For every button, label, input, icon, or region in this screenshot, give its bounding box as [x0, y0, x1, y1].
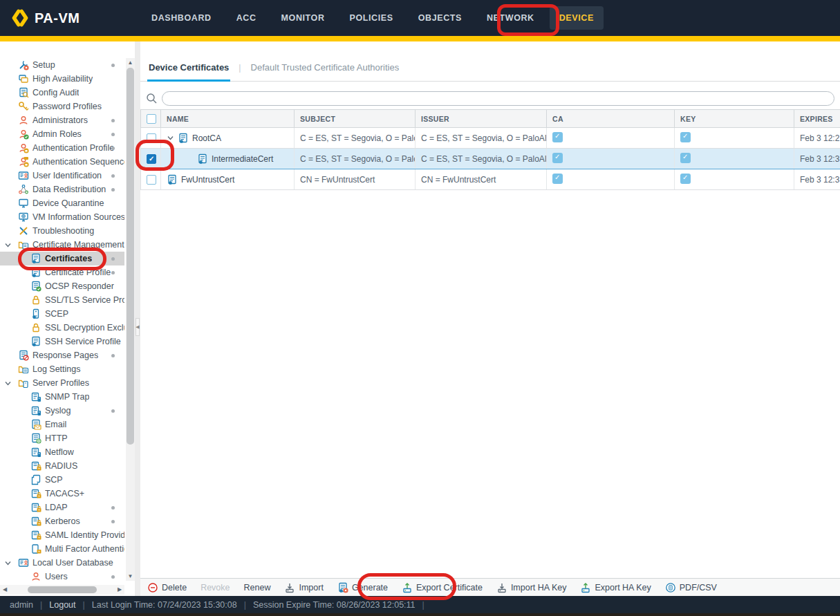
sidebar-vertical-scrollbar[interactable]: ▲ ▼ — [126, 58, 135, 581]
separator: | — [244, 600, 246, 610]
chevron-down-icon[interactable] — [4, 380, 14, 387]
toolbar-button-label: Renew — [244, 583, 271, 592]
chevron-down-icon[interactable] — [4, 559, 14, 567]
sidebar-item-ssh-service-profile[interactable]: SSH Service Profile — [0, 335, 124, 348]
scroll-left-icon[interactable]: ◀ — [0, 585, 10, 595]
delete-button[interactable]: Delete — [147, 582, 187, 593]
column-header-ca[interactable]: CA — [547, 110, 675, 128]
sidebar-item-tacacs-[interactable]: TACACS+ — [0, 487, 124, 501]
import-button[interactable]: Import — [284, 582, 323, 593]
sidebar-item-administrators[interactable]: Administrators — [0, 113, 124, 127]
sidebar-item-email[interactable]: Email — [0, 418, 124, 431]
sidebar-item-authentication-sequence[interactable]: Authentication Sequence — [0, 155, 124, 169]
search-input[interactable] — [162, 91, 834, 106]
sidebar-item-multi-factor-authentication[interactable]: Multi Factor Authentication — [0, 542, 124, 556]
person-icon — [30, 571, 41, 582]
table-row-intermediatecert[interactable]: IntermediateCertC = ES, ST = Segovia, O … — [141, 149, 840, 169]
sidebar-item-setup[interactable]: Setup — [0, 58, 124, 72]
sidebar-item-certificate-profile[interactable]: Certificate Profile — [0, 265, 124, 279]
sidebar-item-ssl-tls-service-profile[interactable]: SSL/TLS Service Profile — [0, 293, 124, 307]
nav-tab-monitor[interactable]: MONITOR — [272, 6, 335, 30]
nav-tab-acc[interactable]: ACC — [227, 6, 266, 30]
sidebar-item-label: VM Information Sources — [32, 212, 124, 222]
row-checkbox[interactable] — [147, 133, 156, 143]
export-certificate-button[interactable]: Export Certificate — [402, 582, 483, 593]
export-ha-key-button[interactable]: Export HA Key — [580, 582, 651, 593]
status-dot — [111, 354, 115, 357]
table-row-rootca[interactable]: RootCAC = ES, ST = Segovia, O = PaloAlto… — [141, 128, 840, 149]
nav-tab-objects[interactable]: OBJECTS — [409, 6, 472, 30]
sidebar-item-netflow[interactable]: Netflow — [0, 445, 124, 459]
scroll-down-icon[interactable]: ▼ — [126, 572, 135, 581]
sidebar-item-ldap[interactable]: LDAP — [0, 501, 124, 514]
sidebar-item-local-user-database[interactable]: Local User Database — [0, 556, 124, 570]
scroll-right-icon[interactable]: ▶ — [115, 585, 124, 595]
chevron-down-icon[interactable] — [4, 241, 14, 249]
scrollbar-thumb[interactable] — [127, 68, 134, 445]
sidebar-item-ocsp-responder[interactable]: OCSP Responder — [0, 279, 124, 293]
sidebar-item-data-redistribution[interactable]: Data Redistribution — [0, 183, 124, 196]
column-header-key[interactable]: KEY — [675, 110, 794, 128]
nav-tab-network[interactable]: NETWORK — [477, 6, 544, 30]
sidebar-item-server-profiles[interactable]: Server Profiles — [0, 376, 124, 390]
sidebar-item-http[interactable]: HTTP — [0, 431, 124, 445]
collapse-sidebar-icon[interactable]: ◀ — [136, 318, 140, 336]
sidebar-splitter[interactable]: ◀ — [135, 41, 140, 596]
status-dot — [111, 257, 115, 261]
sidebar-item-vm-information-sources[interactable]: VM Information Sources — [0, 210, 124, 224]
certificate-name[interactable]: IntermediateCert — [212, 154, 273, 164]
select-all-checkbox[interactable] — [147, 114, 156, 124]
revoke-button: Revoke — [200, 583, 230, 592]
sidebar-item-response-pages[interactable]: Response Pages — [0, 348, 124, 362]
sidebar-item-syslog[interactable]: Syslog — [0, 404, 124, 418]
row-checkbox[interactable] — [147, 175, 156, 185]
setup-icon — [18, 59, 29, 71]
sidebar-item-users[interactable]: Users — [0, 570, 124, 584]
sidebar-item-radius[interactable]: RADIUS — [0, 459, 124, 473]
tab-default-trusted-cas[interactable]: Default Trusted Certificate Authorities — [251, 62, 400, 73]
column-header-subject[interactable]: SUBJECT — [295, 110, 416, 128]
sidebar-item-scp[interactable]: SCP — [0, 473, 124, 487]
certificate-name[interactable]: RootCA — [192, 133, 221, 143]
column-header-issuer[interactable]: ISSUER — [416, 110, 547, 128]
logout-link[interactable]: Logout — [49, 600, 75, 610]
sidebar-item-config-audit[interactable]: Config Audit — [0, 86, 124, 100]
sidebar-item-authentication-profile[interactable]: Authentication Profile — [0, 141, 124, 155]
sidebar-item-ssl-decryption-exclusion[interactable]: SSL Decryption Exclusion — [0, 321, 124, 335]
column-header-expires[interactable]: EXPIRES — [794, 110, 840, 128]
pdf-csv-button[interactable]: PDF/CSV — [665, 582, 717, 593]
sidebar-item-certificates[interactable]: Certificates — [0, 252, 124, 265]
nav-tab-dashboard[interactable]: DASHBOARD — [142, 6, 221, 30]
import-ha-key-button[interactable]: Import HA Key — [496, 582, 567, 593]
sidebar-item-device-quarantine[interactable]: Device Quarantine — [0, 196, 124, 210]
sidebar-item-troubleshooting[interactable]: Troubleshooting — [0, 224, 124, 238]
sidebar-item-password-profiles[interactable]: Password Profiles — [0, 100, 124, 113]
tab-device-certificates[interactable]: Device Certificates — [149, 62, 229, 73]
sidebar-horizontal-scrollbar[interactable]: ◀ ▶ — [0, 585, 124, 595]
nav-tab-policies[interactable]: POLICIES — [340, 6, 403, 30]
chevron-down-icon[interactable] — [167, 134, 178, 142]
scroll-up-icon[interactable]: ▲ — [126, 58, 135, 67]
sidebar-item-admin-roles[interactable]: Admin Roles — [0, 127, 124, 141]
sidebar-item-label: High Availability — [32, 74, 93, 84]
row-checkbox[interactable] — [147, 154, 156, 164]
sidebar-item-high-availability[interactable]: High Availability — [0, 72, 124, 86]
column-header-name[interactable]: NAME — [161, 110, 295, 128]
table-row-fwuntrustcert[interactable]: FwUntrustCertCN = FwUntrustCertCN = FwUn… — [141, 169, 840, 190]
sidebar: SetupHigh AvailabilityConfig AuditPasswo… — [0, 41, 140, 596]
sidebar-item-saml-identity-provider[interactable]: SAML Identity Provider — [0, 528, 124, 542]
sidebar-item-kerberos[interactable]: Kerberos — [0, 514, 124, 528]
row-select-cell — [141, 128, 161, 149]
mail-icon — [30, 419, 41, 430]
nav-tab-device[interactable]: DEVICE — [550, 6, 604, 30]
scrollbar-thumb[interactable] — [28, 586, 97, 593]
generate-button[interactable]: Generate — [337, 582, 388, 593]
key-cell — [675, 149, 794, 169]
sidebar-item-log-settings[interactable]: Log Settings — [0, 362, 124, 376]
sidebar-item-certificate-management[interactable]: Certificate Management — [0, 238, 124, 252]
sidebar-item-scep[interactable]: SCEP — [0, 307, 124, 321]
sidebar-item-snmp-trap[interactable]: SNMP Trap — [0, 390, 124, 404]
sidebar-item-user-identification[interactable]: User Identification — [0, 169, 124, 183]
certificate-name[interactable]: FwUntrustCert — [181, 175, 234, 185]
renew-button[interactable]: Renew — [244, 583, 271, 592]
